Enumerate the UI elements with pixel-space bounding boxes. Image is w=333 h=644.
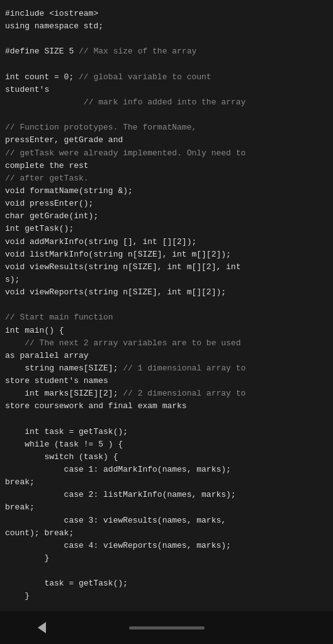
code-editor: #include <iostream> using namespace std;…	[0, 0, 333, 611]
back-button[interactable]	[38, 622, 46, 633]
code-content: #include <iostream> using namespace std;…	[5, 8, 328, 603]
navigation-bar	[0, 611, 333, 644]
back-chevron-icon	[38, 622, 46, 633]
home-indicator[interactable]	[129, 626, 205, 630]
